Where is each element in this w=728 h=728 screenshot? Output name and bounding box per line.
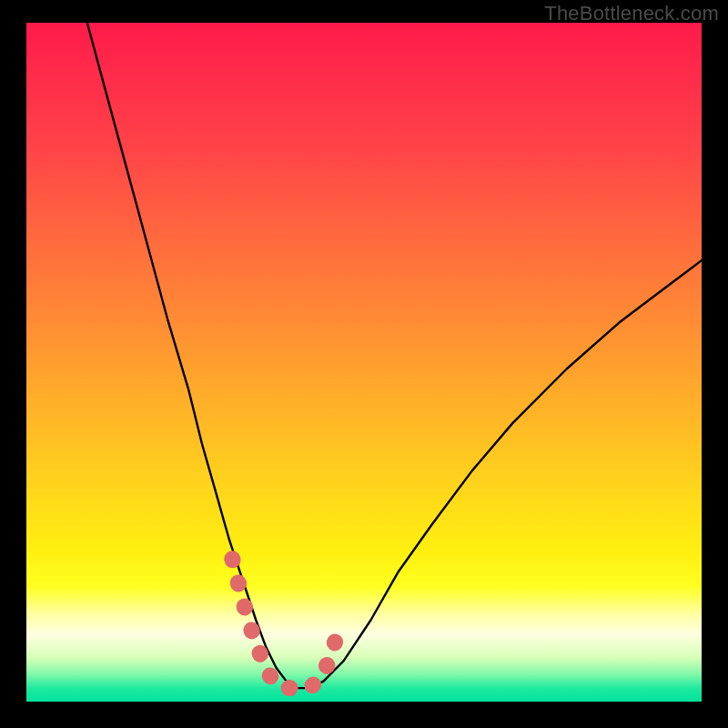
accent-stroke <box>232 559 340 688</box>
chart-stage: TheBottleneck.com <box>0 0 728 728</box>
plot-area <box>26 23 702 702</box>
curve-layer <box>26 23 702 702</box>
accent-segment <box>232 559 340 688</box>
bottleneck-curve <box>87 23 702 688</box>
